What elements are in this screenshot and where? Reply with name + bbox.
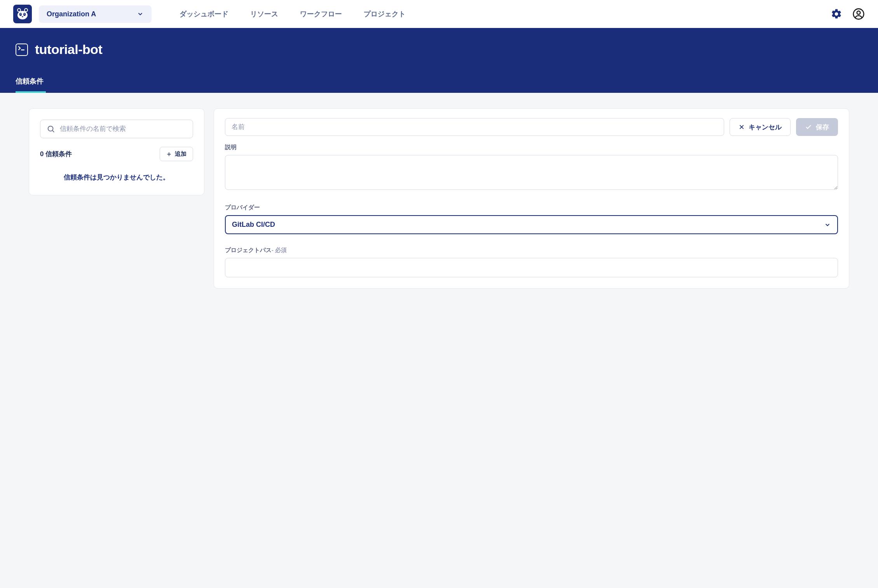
svg-point-8 <box>24 14 24 14</box>
user-circle-icon <box>852 8 865 20</box>
trust-conditions-list-panel: 0 信頼条件 追加 信頼条件は見つかりませんでした。 <box>29 108 204 195</box>
trust-conditions-count: 0 信頼条件 <box>40 150 72 158</box>
nav-projects[interactable]: プロジェクト <box>364 9 406 19</box>
empty-list-message: 信頼条件は見つかりませんでした。 <box>40 170 193 184</box>
close-icon <box>739 124 745 130</box>
form-top-row: キャンセル 保存 <box>225 118 838 136</box>
name-input[interactable] <box>225 118 724 136</box>
description-label: 説明 <box>225 144 838 151</box>
topbar-actions <box>831 8 865 20</box>
chevron-down-icon <box>824 221 831 228</box>
organization-selector[interactable]: Organization A <box>39 5 152 23</box>
search-box[interactable] <box>40 120 193 138</box>
provider-label: プロバイダー <box>225 204 838 211</box>
tab-trust-conditions[interactable]: 信頼条件 <box>16 77 44 93</box>
cancel-button-label: キャンセル <box>749 123 782 132</box>
plus-icon <box>166 151 172 157</box>
account-button[interactable] <box>852 8 865 20</box>
nav-dashboard[interactable]: ダッシュボード <box>179 9 228 19</box>
search-icon <box>47 125 55 133</box>
provider-select[interactable]: GitLab CI/CD <box>225 215 838 234</box>
svg-point-11 <box>857 11 861 14</box>
trust-condition-form-panel: キャンセル 保存 説明 プロバイダー GitLab CI/CD プロジェクトパス… <box>214 108 849 289</box>
list-header-row: 0 信頼条件 追加 <box>40 147 193 161</box>
project-path-input[interactable] <box>225 258 838 277</box>
page-header: tutorial-bot 信頼条件 <box>0 28 878 93</box>
settings-button[interactable] <box>831 8 842 20</box>
app-logo[interactable] <box>13 5 32 23</box>
chevron-down-icon <box>137 10 144 17</box>
svg-point-13 <box>48 126 53 131</box>
svg-point-7 <box>20 14 21 14</box>
page-title: tutorial-bot <box>35 42 102 57</box>
search-input[interactable] <box>60 125 186 133</box>
nav-workflows[interactable]: ワークフロー <box>300 9 342 19</box>
project-path-label: プロジェクトパス- 必須 <box>225 247 838 254</box>
svg-line-14 <box>52 130 54 132</box>
svg-point-4 <box>25 9 27 11</box>
svg-point-9 <box>22 16 23 17</box>
save-button-label: 保存 <box>816 123 829 132</box>
cancel-button[interactable]: キャンセル <box>730 118 791 136</box>
add-trust-condition-button[interactable]: 追加 <box>160 147 193 161</box>
page-title-row: tutorial-bot <box>16 42 862 57</box>
main-content: 0 信頼条件 追加 信頼条件は見つかりませんでした。 キャンセル <box>0 93 878 304</box>
gear-icon <box>831 8 842 20</box>
save-button[interactable]: 保存 <box>796 118 838 136</box>
description-textarea[interactable] <box>225 155 838 190</box>
page-tabs: 信頼条件 <box>16 77 862 93</box>
main-nav: ダッシュボード リソース ワークフロー プロジェクト <box>179 9 824 19</box>
check-icon <box>805 124 812 130</box>
terminal-icon <box>16 43 28 56</box>
provider-selected-value: GitLab CI/CD <box>232 221 275 229</box>
organization-name: Organization A <box>47 10 96 18</box>
top-navigation: Organization A ダッシュボード リソース ワークフロー プロジェク… <box>0 0 878 28</box>
panda-icon <box>16 7 29 21</box>
svg-point-3 <box>18 9 20 11</box>
add-button-label: 追加 <box>175 150 186 158</box>
nav-resources[interactable]: リソース <box>250 9 278 19</box>
svg-point-2 <box>17 11 28 19</box>
